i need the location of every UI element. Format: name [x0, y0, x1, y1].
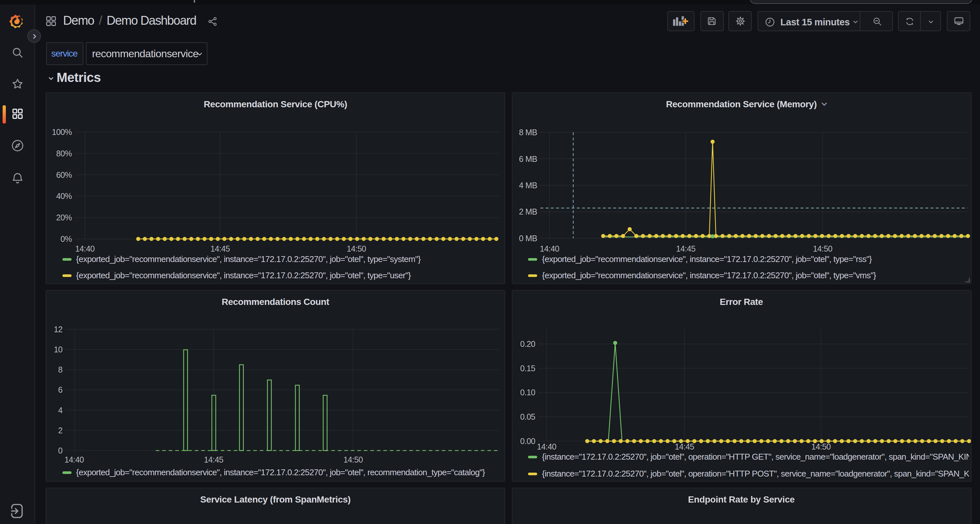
svg-text:80%: 80% [56, 149, 72, 158]
svg-text:14:50: 14:50 [813, 244, 832, 253]
svg-text:14:40: 14:40 [64, 455, 84, 464]
svg-text:0.05: 0.05 [520, 412, 535, 421]
svg-text:20%: 20% [56, 213, 72, 222]
svg-text:14:50: 14:50 [347, 244, 366, 253]
svg-text:40%: 40% [56, 191, 72, 200]
svg-text:8 MB: 8 MB [519, 127, 537, 137]
svg-text:4: 4 [58, 405, 63, 414]
svg-text:0.20: 0.20 [520, 339, 535, 348]
svg-text:0: 0 [58, 446, 62, 455]
svg-text:14:45: 14:45 [204, 455, 223, 464]
svg-text:0.10: 0.10 [520, 387, 535, 397]
svg-text:0 MB: 0 MB [519, 233, 537, 243]
svg-text:0.15: 0.15 [520, 364, 535, 373]
svg-text:14:40: 14:40 [536, 442, 556, 451]
svg-text:6 MB: 6 MB [519, 154, 537, 163]
svg-text:14:40: 14:40 [75, 244, 95, 253]
svg-text:12: 12 [54, 324, 62, 333]
svg-text:14:40: 14:40 [539, 244, 559, 253]
svg-text:14:50: 14:50 [811, 442, 830, 451]
svg-text:2 MB: 2 MB [519, 207, 537, 216]
svg-text:60%: 60% [56, 170, 72, 179]
svg-text:4 MB: 4 MB [519, 180, 537, 189]
svg-text:14:45: 14:45 [676, 244, 695, 253]
svg-text:8: 8 [58, 365, 62, 374]
svg-text:100%: 100% [52, 127, 72, 136]
svg-text:14:45: 14:45 [210, 244, 230, 253]
svg-text:14:45: 14:45 [675, 442, 694, 451]
svg-text:6: 6 [58, 385, 62, 394]
svg-text:0.00: 0.00 [520, 436, 535, 445]
svg-text:10: 10 [54, 345, 62, 354]
svg-text:2: 2 [58, 426, 62, 435]
svg-text:14:50: 14:50 [344, 455, 363, 464]
svg-text:0%: 0% [60, 234, 72, 243]
